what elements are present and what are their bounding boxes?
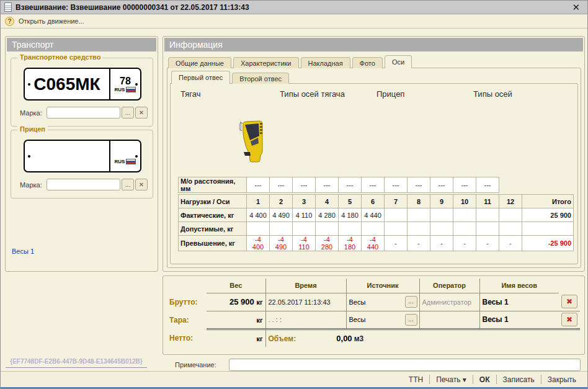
weighing-window: Взвешивание: Взвешивание 00000000341 от …	[0, 0, 588, 389]
tare-time[interactable]: . . : :	[265, 311, 346, 329]
gross-operator: Администратор	[419, 293, 479, 311]
distance-cell: ---	[293, 177, 316, 193]
info-panel: Информация Общие данные Характеристики Н…	[163, 36, 585, 272]
russia-flag-icon	[126, 87, 136, 92]
window-title: Взвешивание: Взвешивание 00000000341 от …	[16, 3, 249, 12]
volume-cell: Объем: 0,00 м3	[265, 329, 559, 347]
axle-header-cell: 9	[430, 195, 453, 208]
first-weighing-page: Тягач Типы осей тягача Прицеп Типы осей	[170, 83, 578, 264]
distances-label: М/о расстояния, мм	[179, 177, 247, 193]
trailer-marka-select-button[interactable]: ...	[122, 179, 134, 190]
trailer-marka-clear-button[interactable]: ✕	[135, 179, 148, 190]
net-weight: кг	[207, 329, 265, 347]
tab-first-weighing[interactable]: Первый отвес	[171, 71, 230, 84]
trailer-plate-region: RUS	[110, 141, 140, 171]
axle-loads-table: Нагрузки / Оси123456789101112ИтогоФактич…	[178, 194, 574, 251]
tare-source: Весы...	[346, 311, 419, 329]
axle-value-cell: -4 440	[362, 236, 385, 251]
save-button[interactable]: Записать	[497, 374, 541, 385]
print-button[interactable]: Печать ▾	[430, 374, 473, 385]
axle-row-label: Фактические, кг	[179, 208, 247, 222]
close-icon[interactable]: ✕	[568, 1, 584, 14]
tab-waybill[interactable]: Накладная	[301, 57, 350, 68]
weights-header-row: Вес Время Источник Оператор Имя весов	[167, 279, 580, 293]
close-button[interactable]: Закрыть	[541, 374, 582, 385]
gross-delete-button[interactable]: ✖	[561, 295, 577, 308]
axle-value-cell: -	[453, 236, 476, 251]
axle-header-cell: 10	[453, 195, 476, 208]
plate-number-text: С065МК	[33, 74, 100, 94]
vehicle-marka-input[interactable]	[47, 107, 120, 118]
axle-value-cell: -4 110	[293, 236, 316, 251]
axle-value-cell	[339, 222, 362, 236]
note-input[interactable]	[229, 359, 581, 371]
tab-photo[interactable]: Фото	[352, 57, 383, 68]
axle-value-cell	[430, 222, 453, 236]
plate-bolt-icon	[135, 83, 138, 86]
tab-characteristics[interactable]: Характеристики	[233, 57, 299, 68]
gross-delete-cell: ✖	[559, 293, 580, 311]
tab-axes[interactable]: Оси	[385, 55, 412, 68]
axle-value-cell: -	[430, 236, 453, 251]
plate-bolt-icon	[28, 83, 30, 86]
ttn-button[interactable]: ТТН	[403, 374, 429, 385]
axle-value-cell: -4 180	[339, 236, 362, 251]
vehicle-marka-clear-button[interactable]: ✕	[135, 107, 148, 118]
axle-value-cell	[385, 208, 408, 222]
spacer	[559, 279, 580, 293]
tare-delete-button[interactable]: ✖	[561, 313, 577, 326]
tab-second-weighing[interactable]: Второй отвес	[232, 73, 289, 84]
axle-value-cell: 4 400	[247, 208, 270, 222]
tare-weight[interactable]: кг	[207, 311, 265, 329]
col-time: Время	[265, 279, 346, 293]
trailer-label: Прицеп	[376, 89, 404, 99]
distance-cell: ---	[247, 177, 270, 193]
distance-cell: ---	[408, 177, 430, 193]
axle-header-cell: 6	[362, 195, 385, 208]
tractor-label: Тягач	[180, 89, 200, 99]
axle-header-row: Нагрузки / Оси123456789101112Итого	[179, 195, 574, 208]
trailer-marka-input[interactable]	[47, 179, 120, 190]
axle-value-cell: -4 400	[247, 236, 270, 251]
tare-scale-name: Весы 1	[479, 311, 559, 329]
tare-source-select-button[interactable]: ...	[405, 314, 417, 326]
distance-cell: ---	[385, 177, 408, 193]
info-tabs: Общие данные Характеристики Накладная Фо…	[168, 55, 412, 68]
trailer-group-title: Прицеп	[17, 125, 48, 133]
note-label: Примечание:	[175, 361, 216, 369]
tab-general[interactable]: Общие данные	[168, 57, 231, 68]
titlebar: Взвешивание: Взвешивание 00000000341 от …	[1, 1, 587, 14]
weights-panel: Вес Время Источник Оператор Имя весов Бр…	[163, 275, 585, 355]
trailer-plate: RUS	[24, 140, 141, 172]
net-row: Нетто: кг Объем: 0,00 м3	[167, 329, 580, 347]
open-movement-link[interactable]: Открыть движение...	[19, 17, 84, 25]
axle-header-cell: 12	[499, 195, 522, 208]
button-bar: ТТН Печать ▾ ОК Записать Закрыть	[1, 371, 587, 387]
axle-value-cell	[247, 222, 270, 236]
axle-header-cell: 8	[408, 195, 430, 208]
help-icon[interactable]: ?	[5, 17, 14, 26]
gross-time[interactable]: 22.05.2017 11:13:43	[265, 293, 346, 311]
gross-source-select-button[interactable]: ...	[405, 296, 417, 308]
axle-value-cell	[270, 222, 293, 236]
distance-cell: ---	[362, 177, 385, 193]
marka-label: Марка:	[20, 109, 42, 117]
tare-delete-cell: ✖	[559, 311, 580, 329]
scales-link[interactable]: Весы 1	[12, 248, 34, 255]
axle-row-label: Превышение, кг	[179, 236, 247, 251]
gross-row: Брутто: 25 900 кг 22.05.2017 11:13:43 Ве…	[167, 293, 580, 311]
truck-cab-image[interactable]	[235, 120, 265, 163]
plate-bolt-icon	[28, 155, 30, 158]
vehicle-marka-select-button[interactable]: ...	[122, 107, 134, 118]
rus-text: RUS	[115, 159, 125, 164]
axle-value-cell	[476, 222, 499, 236]
vehicle-plate-region: 78 RUS	[110, 69, 140, 99]
vehicle-plate: С065МК 78 RUS	[24, 68, 141, 101]
axle-value-cell	[293, 222, 316, 236]
axle-value-cell: 4 280	[316, 208, 339, 222]
tare-operator	[419, 311, 479, 329]
trailer-plate-number	[25, 141, 110, 171]
chevron-down-icon: ▾	[463, 375, 466, 384]
axle-value-cell	[476, 208, 499, 222]
ok-button[interactable]: ОК	[473, 374, 496, 385]
